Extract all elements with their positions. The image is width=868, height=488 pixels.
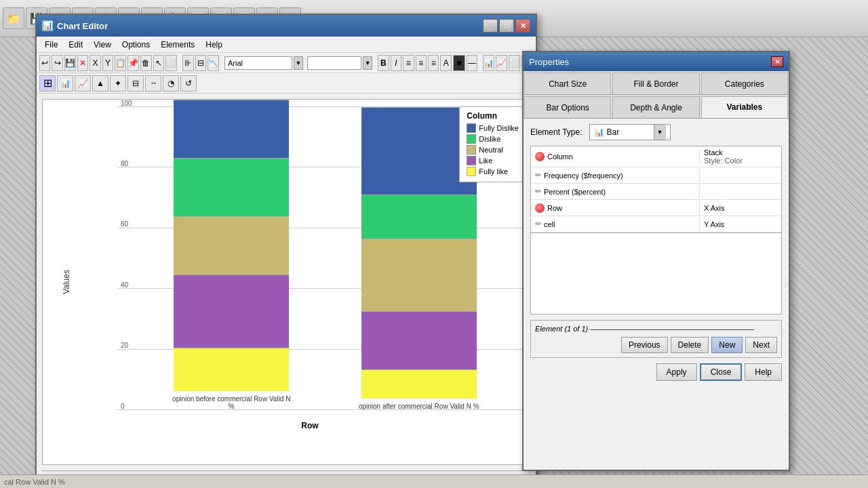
- stack-label: Stack: [704, 148, 777, 157]
- element-type-icon: 📊: [594, 127, 604, 137]
- toolbar-2: ⊞ 📊 📈 ▲ ✦ ⊟ ╌ ◔ ↺: [37, 73, 536, 94]
- element-section: Element (1 of 1) —————————————————————— …: [530, 320, 782, 358]
- tab-variables[interactable]: Variables: [701, 96, 788, 118]
- var-row-cell[interactable]: ✏ cell Y Axis: [531, 216, 781, 232]
- size-input[interactable]: [307, 56, 361, 70]
- stacked-bar-1[interactable]: [174, 100, 289, 391]
- frequency-pencil-icon: ✏: [535, 171, 541, 180]
- new-button[interactable]: New: [711, 337, 743, 353]
- tab-categories[interactable]: Categories: [701, 73, 788, 94]
- legend-item-neutral: Neutral: [467, 145, 519, 155]
- toolbar-paste[interactable]: 📌: [127, 55, 139, 71]
- apply-button[interactable]: Apply: [656, 363, 697, 381]
- bar-seg-neutral-2[interactable]: [361, 239, 477, 312]
- chart-icon-line2[interactable]: 📈: [75, 75, 91, 92]
- tab-chart-size[interactable]: Chart Size: [524, 73, 611, 94]
- chart-icon-bar[interactable]: 📊: [57, 75, 73, 92]
- var-row-row[interactable]: Row X Axis: [531, 200, 781, 216]
- help-button[interactable]: Help: [745, 363, 782, 381]
- close-prop-button[interactable]: Close: [700, 363, 743, 381]
- chart-icon-hline[interactable]: ╌: [145, 75, 161, 92]
- prop-tabs-row-2: Bar Options Depth & Angle Variables: [524, 95, 789, 119]
- toolbar-y[interactable]: Y: [102, 55, 113, 71]
- minimize-button[interactable]: _: [483, 19, 498, 33]
- bar-group-1[interactable]: opinion before commercial Row Valid N %: [147, 100, 316, 410]
- font-size-up[interactable]: A: [440, 55, 451, 71]
- delete-button[interactable]: Delete: [671, 337, 709, 353]
- legend-item-fully-dislike: Fully Dislike: [467, 123, 519, 133]
- menu-file[interactable]: File: [39, 39, 63, 51]
- line-style[interactable]: —: [467, 55, 477, 71]
- element-type-select[interactable]: 📊 Bar ▼: [589, 124, 671, 140]
- var-row-column[interactable]: Column Stack Style: Color: [531, 146, 781, 167]
- toolbar-redo[interactable]: ↪: [52, 55, 62, 71]
- chart-icon-stacked[interactable]: ⊞: [39, 75, 56, 92]
- element-section-title: Element (1 of 1) ——————————————————————: [535, 325, 754, 333]
- properties-title: Properties: [529, 57, 569, 67]
- tab-depth-angle[interactable]: Depth & Angle: [612, 96, 699, 118]
- chart-type-3[interactable]: ⬜: [509, 55, 520, 71]
- menu-view[interactable]: View: [88, 39, 117, 51]
- chart-icon-scatter[interactable]: ✦: [110, 75, 126, 92]
- size-dropdown[interactable]: ▼: [363, 56, 372, 70]
- var-name-frequency-text: Frequency ($frequency): [544, 171, 623, 180]
- bar-seg-fully-like-1[interactable]: [174, 348, 289, 392]
- row-ball-icon: [535, 203, 545, 213]
- bar-seg-like-1[interactable]: [174, 274, 289, 348]
- align-left[interactable]: ≡: [403, 55, 414, 71]
- previous-button[interactable]: Previous: [621, 337, 668, 353]
- element-type-label: Element Type:: [530, 127, 583, 137]
- bold-btn[interactable]: B: [378, 55, 389, 71]
- align-right[interactable]: ≡: [428, 55, 439, 71]
- percent-pencil-icon: ✏: [535, 187, 541, 196]
- bar-seg-like-2[interactable]: [361, 311, 477, 369]
- maximize-button[interactable]: □: [499, 19, 514, 33]
- cell-pencil-icon: ✏: [535, 220, 541, 228]
- var-row-percent[interactable]: ✏ Percent ($percent): [531, 184, 781, 200]
- chart-icon-area[interactable]: ▲: [92, 75, 108, 92]
- bar-seg-dislike-2[interactable]: [361, 195, 477, 239]
- legend-item-like: Like: [467, 156, 519, 165]
- element-footer-buttons: Previous Delete New Next: [535, 337, 777, 353]
- close-button[interactable]: ✕: [515, 19, 530, 33]
- toolbar-copy[interactable]: 📋: [115, 55, 126, 71]
- menu-options[interactable]: Options: [117, 39, 155, 51]
- chart-icon-reset[interactable]: ↺: [180, 75, 197, 92]
- bar-seg-neutral-1[interactable]: [174, 216, 289, 274]
- bar-seg-dislike-1[interactable]: [174, 158, 289, 216]
- menu-help[interactable]: Help: [200, 39, 228, 51]
- italic-btn[interactable]: I: [391, 55, 401, 71]
- menu-elements[interactable]: Elements: [155, 39, 200, 51]
- toolbar-del[interactable]: 🗑: [140, 55, 151, 71]
- toolbar-undo[interactable]: ↩: [39, 55, 50, 71]
- tab-bar-options[interactable]: Bar Options: [524, 96, 611, 118]
- element-type-arrow[interactable]: ▼: [654, 125, 666, 140]
- font-input[interactable]: [224, 56, 292, 70]
- var-row-frequency[interactable]: ✏ Frequency ($frequency): [531, 167, 781, 184]
- font-dropdown[interactable]: ▼: [294, 56, 303, 70]
- toolbar-x[interactable]: X: [90, 55, 100, 71]
- toolbar-shape[interactable]: ⬜: [165, 55, 177, 71]
- toolbar-cut[interactable]: ✕: [77, 55, 88, 71]
- properties-close-button[interactable]: ✕: [771, 56, 783, 67]
- toolbar-bar2[interactable]: ⊟: [195, 55, 206, 71]
- chart-type-2[interactable]: 📈: [496, 55, 507, 71]
- toolbar-select[interactable]: ↖: [153, 55, 164, 71]
- bar-seg-fully-like-2[interactable]: [361, 369, 477, 399]
- menu-edit[interactable]: Edit: [63, 39, 88, 51]
- toolbar-line[interactable]: 📉: [208, 55, 219, 71]
- status-text: cal Row Valid N %: [4, 478, 65, 486]
- toolbar-1: ↩ ↪ 💾 ✕ X Y 📋 📌 🗑 ↖ ⬜ ⊪ ⊟ 📉 ▼ ▼ B I ≡ ≡ …: [37, 53, 536, 73]
- toolbar-bar1[interactable]: ⊪: [182, 55, 193, 71]
- chart-type-1[interactable]: 📊: [483, 55, 494, 71]
- chart-icon-pie[interactable]: ◔: [163, 75, 179, 92]
- bar-seg-fully-dislike-1[interactable]: [174, 100, 289, 158]
- next-button[interactable]: Next: [745, 337, 777, 353]
- color-btn[interactable]: ■: [453, 55, 465, 71]
- taskbar-icon-folder[interactable]: 📁: [3, 7, 24, 29]
- chart-icon-hbar[interactable]: ⊟: [127, 75, 144, 92]
- tab-fill-border[interactable]: Fill & Border: [612, 73, 699, 94]
- toolbar-save[interactable]: 💾: [64, 55, 76, 71]
- align-center[interactable]: ≡: [416, 55, 427, 71]
- column-ball-icon: [535, 152, 545, 161]
